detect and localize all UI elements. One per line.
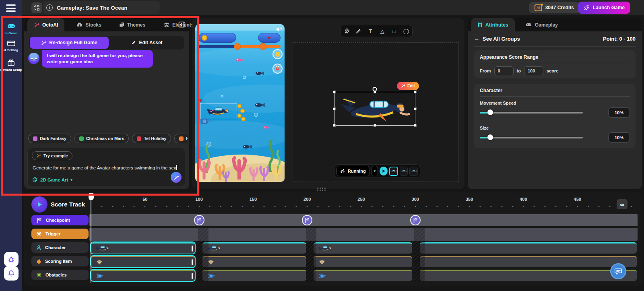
- sidebar-item-reward-setup[interactable]: Reward Setup: [0, 59, 22, 72]
- checkpoint-marker[interactable]: [194, 215, 204, 225]
- credits-badge[interactable]: AI 3047 Credits: [529, 2, 580, 13]
- ruler-tick-label: 400: [520, 197, 527, 202]
- triangle-tool[interactable]: △: [378, 27, 387, 35]
- tab-stocks[interactable]: Stocks: [70, 18, 107, 31]
- resize-handle[interactable]: [333, 124, 336, 127]
- size-slider[interactable]: [480, 134, 583, 140]
- slider-knob[interactable]: [260, 43, 266, 50]
- obstacles-clip[interactable]: [420, 270, 637, 281]
- panel-resize-handle[interactable]: [317, 188, 326, 191]
- coin-icon: [202, 35, 207, 41]
- redesign-full-game-button[interactable]: Re-design Full Game: [30, 37, 109, 49]
- bug-icon: [8, 256, 15, 263]
- character-selection-box[interactable]: [334, 92, 415, 126]
- resize-handle[interactable]: [374, 124, 376, 127]
- octoai-avatar: [28, 53, 39, 64]
- sidebar-item-ui-setting[interactable]: & Setting: [0, 40, 22, 52]
- debug-button[interactable]: [4, 252, 19, 266]
- animation-frame-1[interactable]: [389, 167, 398, 176]
- see-all-groups-link[interactable]: ← See All Groups: [474, 36, 520, 42]
- try-example-button[interactable]: Try example: [32, 151, 72, 160]
- ruler-dot: [328, 206, 329, 207]
- infinite-length-button[interactable]: ∞: [617, 199, 627, 209]
- tab-octoai[interactable]: OctoAI: [27, 18, 64, 31]
- tab-gameplay[interactable]: Gameplay: [519, 18, 564, 31]
- edit-character-button[interactable]: Edit: [397, 82, 419, 90]
- ruler-dot: [436, 206, 438, 207]
- obstacles-clip[interactable]: [314, 270, 412, 281]
- theme-tag[interactable]: Dark Fantasy: [28, 134, 71, 143]
- chat-support-button[interactable]: [610, 263, 626, 279]
- character-clip[interactable]: [91, 242, 195, 254]
- scoring-item-clip[interactable]: [91, 256, 195, 267]
- scoring-item-clip[interactable]: [314, 256, 412, 267]
- character-clip[interactable]: [314, 242, 412, 254]
- obstacles-clip[interactable]: [91, 270, 195, 281]
- resize-handle[interactable]: [333, 107, 336, 110]
- scoring-item-clip[interactable]: [202, 256, 306, 267]
- checkpoint-marker[interactable]: [410, 215, 421, 225]
- theme-tag[interactable]: Tet Holiday: [132, 134, 171, 143]
- sidebar-item-in-game[interactable]: In-Game: [0, 23, 22, 35]
- text-tool[interactable]: T: [366, 27, 375, 35]
- movement-speed-slider[interactable]: [480, 109, 583, 115]
- coin-powerup-button[interactable]: [272, 49, 283, 59]
- score-to-input[interactable]: [524, 66, 543, 75]
- character-clip[interactable]: [420, 242, 637, 254]
- clip-resize-handle[interactable]: [192, 273, 193, 279]
- mute-sound-icon[interactable]: [276, 26, 283, 33]
- hamburger-menu-icon[interactable]: [6, 4, 16, 14]
- rectangle-tool[interactable]: □: [390, 27, 398, 35]
- left-panel-tabs: OctoAI Stocks Themes Elements: [24, 18, 189, 31]
- game-preview[interactable]: ♥ ♥: [195, 24, 285, 182]
- score-from-input[interactable]: [494, 66, 514, 75]
- slider-knob[interactable]: [234, 43, 241, 50]
- prompt-card: Try example Generate for me a game of th…: [27, 148, 186, 186]
- art-style-selector[interactable]: 2D Game Art ▾: [33, 177, 72, 182]
- character-clip[interactable]: [202, 242, 306, 254]
- resize-handle[interactable]: [414, 107, 417, 110]
- ruler-dot: [144, 206, 146, 207]
- resize-handle[interactable]: [333, 91, 336, 93]
- theme-tag[interactable]: Halloween on M: [174, 134, 188, 143]
- theme-tag[interactable]: Christmas on Mars: [74, 134, 129, 143]
- turtle-sprite: [96, 273, 103, 279]
- notifications-button[interactable]: [4, 266, 19, 281]
- scoring-item-clip[interactable]: [420, 256, 637, 267]
- playhead-handle[interactable]: [89, 193, 94, 200]
- clip-resize-handle[interactable]: [192, 246, 193, 252]
- clip-resize-handle[interactable]: [192, 259, 193, 265]
- tab-themes[interactable]: Themes: [113, 18, 152, 31]
- pencil-tool[interactable]: [354, 27, 363, 35]
- movement-speed-value[interactable]: 10%: [608, 107, 630, 118]
- play-animation-button[interactable]: [380, 167, 388, 175]
- checkpoint-marker[interactable]: [302, 215, 312, 225]
- ellipse-tool[interactable]: ◯: [402, 27, 411, 35]
- animation-dropdown[interactable]: ▾: [372, 166, 378, 176]
- prompt-input[interactable]: Generate for me a game of the Avatar cha…: [33, 165, 182, 170]
- animation-selector[interactable]: Running: [336, 166, 370, 176]
- magnet-powerup-button[interactable]: [272, 64, 283, 74]
- ruler-dot: [198, 206, 200, 207]
- slider-thumb[interactable]: [487, 134, 493, 140]
- generate-button[interactable]: [171, 172, 182, 183]
- size-value[interactable]: 10%: [608, 132, 630, 142]
- game-symbols-button[interactable]: [31, 2, 42, 13]
- edit-asset-button[interactable]: Edit Asset: [109, 40, 184, 45]
- animation-frame-3[interactable]: [409, 167, 418, 176]
- wave-decor: [195, 48, 285, 76]
- animation-frame-2[interactable]: [400, 167, 408, 176]
- slider-thumb[interactable]: [487, 109, 493, 115]
- obstacles-clip[interactable]: [202, 270, 306, 281]
- launch-game-button[interactable]: Launch Game: [578, 2, 630, 14]
- ruler-dot: [382, 206, 384, 207]
- timeline-area: 50100150200250300350400450: [24, 192, 642, 286]
- resize-handle[interactable]: [414, 91, 417, 93]
- resize-handle[interactable]: [414, 124, 417, 127]
- tab-attributes[interactable]: Attributes: [471, 18, 515, 31]
- info-icon[interactable]: i: [46, 4, 53, 11]
- progress-slider[interactable]: [198, 45, 281, 48]
- collapse-panel-button[interactable]: [178, 21, 186, 28]
- resize-handle[interactable]: [374, 91, 376, 93]
- pen-tool[interactable]: [342, 27, 351, 35]
